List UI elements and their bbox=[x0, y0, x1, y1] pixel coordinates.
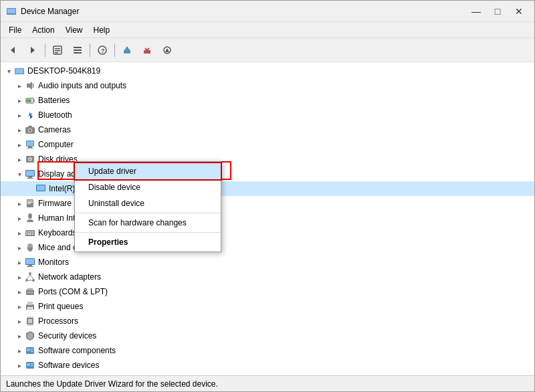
context-menu-update-driver[interactable]: Update driver bbox=[75, 163, 221, 179]
root-label: DESKTOP-504K819 bbox=[27, 66, 534, 76]
svg-marker-15 bbox=[124, 46, 130, 50]
content-area: ▾ DESKTOP-504K819 ▸ Au bbox=[1, 62, 534, 375]
keyboard-icon bbox=[25, 227, 35, 238]
tree-root[interactable]: ▾ DESKTOP-504K819 bbox=[1, 64, 534, 78]
softdev-label: Software devices bbox=[38, 361, 534, 370]
disk-icon bbox=[25, 154, 35, 165]
toolbar-separator-2 bbox=[90, 43, 90, 57]
ports-label: Ports (COM & LPT) bbox=[38, 287, 534, 296]
svg-rect-46 bbox=[27, 202, 33, 203]
close-button[interactable]: ✕ bbox=[509, 4, 529, 19]
firmware-expand-icon: ▸ bbox=[14, 198, 25, 209]
view-button[interactable] bbox=[68, 41, 87, 60]
tree-item-processors[interactable]: ▸ Processors bbox=[1, 314, 534, 328]
svg-rect-61 bbox=[26, 259, 34, 264]
svg-rect-26 bbox=[27, 100, 31, 102]
help-button[interactable]: ? bbox=[93, 41, 112, 60]
svg-rect-41 bbox=[27, 178, 33, 179]
svg-rect-33 bbox=[28, 146, 32, 148]
svg-rect-52 bbox=[30, 231, 31, 233]
svg-rect-8 bbox=[55, 52, 58, 54]
tree-item-print[interactable]: ▸ Print queues bbox=[1, 299, 534, 314]
context-menu-scan[interactable]: Scan for hardware changes bbox=[75, 215, 221, 231]
svg-line-67 bbox=[27, 275, 30, 279]
properties-button[interactable] bbox=[48, 41, 67, 60]
svg-rect-91 bbox=[31, 351, 33, 352]
svg-marker-4 bbox=[31, 47, 35, 54]
menu-help[interactable]: Help bbox=[88, 22, 116, 37]
svg-point-37 bbox=[29, 159, 31, 160]
tree-item-computer[interactable]: ▸ Computer bbox=[1, 137, 534, 152]
title-bar: Device Manager — □ ✕ bbox=[1, 1, 534, 22]
context-menu: Update driver Disable device Uninstall d… bbox=[74, 161, 221, 252]
tree-item-softdev[interactable]: ▸ Software devices bbox=[1, 358, 534, 373]
svg-rect-47 bbox=[27, 203, 31, 204]
menu-action[interactable]: Action bbox=[27, 22, 60, 37]
tree-item-monitors[interactable]: ▸ Monitors bbox=[1, 255, 534, 270]
context-menu-separator-2 bbox=[75, 232, 221, 233]
bluetooth-expand-icon: ▸ bbox=[14, 110, 25, 120]
svg-rect-49 bbox=[25, 230, 35, 236]
svg-rect-71 bbox=[27, 288, 33, 290]
context-menu-uninstall-device[interactable]: Uninstall device bbox=[75, 195, 221, 211]
tree-item-audio[interactable]: ▸ Audio inputs and outputs bbox=[1, 78, 534, 93]
human-icon bbox=[25, 213, 35, 223]
forward-button[interactable] bbox=[23, 41, 42, 60]
context-menu-disable-device[interactable]: Disable device bbox=[75, 179, 221, 195]
svg-rect-39 bbox=[26, 171, 34, 176]
update-driver-icon bbox=[122, 45, 132, 56]
svg-rect-2 bbox=[7, 14, 16, 15]
root-icon bbox=[14, 66, 25, 76]
svg-rect-9 bbox=[74, 47, 82, 48]
update-driver-button[interactable] bbox=[118, 41, 136, 60]
status-text: Launches the Update Driver Wizard for th… bbox=[6, 379, 218, 389]
processors-label: Processors bbox=[38, 316, 534, 326]
tree-item-ports[interactable]: ▸ Ports (COM & LPT) bbox=[1, 284, 534, 299]
sound-expand-icon: ▸ bbox=[14, 375, 25, 375]
view-icon bbox=[72, 45, 83, 56]
mice-expand-icon: ▸ bbox=[14, 242, 25, 253]
uninstall-button[interactable] bbox=[138, 41, 156, 60]
tree-item-sound[interactable]: ▸ Sound, video and game controllers bbox=[1, 373, 534, 375]
toolbar: ? bbox=[1, 38, 534, 62]
intel-expand-icon bbox=[25, 183, 35, 194]
audio-expand-icon: ▸ bbox=[14, 80, 25, 91]
svg-rect-53 bbox=[32, 231, 33, 233]
disk-expand-icon: ▸ bbox=[14, 154, 25, 165]
tree-item-batteries[interactable]: ▸ Batteries bbox=[1, 93, 534, 108]
ports-expand-icon: ▸ bbox=[14, 286, 25, 297]
tree-item-software[interactable]: ▸ Software components bbox=[1, 343, 534, 358]
monitors-expand-icon: ▸ bbox=[14, 257, 25, 268]
menu-view[interactable]: View bbox=[60, 22, 88, 37]
firmware-icon bbox=[25, 198, 35, 209]
tree-item-security[interactable]: ▸ Security devices bbox=[1, 328, 534, 343]
title-bar-controls: — □ ✕ bbox=[466, 4, 529, 19]
window-title: Device Manager bbox=[21, 7, 79, 16]
maximize-button[interactable]: □ bbox=[488, 4, 508, 19]
svg-rect-50 bbox=[26, 231, 27, 233]
svg-marker-3 bbox=[11, 47, 15, 54]
svg-point-73 bbox=[29, 292, 31, 293]
tree-item-bluetooth[interactable]: ▸ Bluetooth bbox=[1, 108, 534, 122]
menu-file[interactable]: File bbox=[3, 22, 27, 37]
svg-point-48 bbox=[28, 213, 32, 219]
back-button[interactable] bbox=[3, 41, 22, 60]
tree-item-network[interactable]: ▸ Network adapters bbox=[1, 270, 534, 284]
tree-item-cameras[interactable]: ▸ Cameras bbox=[1, 122, 534, 137]
svg-rect-22 bbox=[15, 69, 23, 74]
network-label: Network adapters bbox=[38, 272, 534, 282]
softdev-icon bbox=[25, 360, 35, 371]
context-menu-separator bbox=[75, 213, 221, 213]
scan-icon bbox=[162, 45, 173, 56]
cameras-expand-icon: ▸ bbox=[14, 124, 25, 135]
software-expand-icon: ▸ bbox=[14, 345, 25, 356]
context-menu-properties[interactable]: Properties bbox=[75, 234, 221, 250]
scan-button[interactable] bbox=[158, 41, 177, 60]
print-expand-icon: ▸ bbox=[14, 301, 25, 312]
svg-text:?: ? bbox=[101, 47, 105, 54]
svg-rect-89 bbox=[27, 349, 30, 351]
svg-rect-94 bbox=[31, 363, 33, 365]
intel-icon bbox=[35, 183, 46, 194]
svg-point-29 bbox=[29, 130, 31, 132]
minimize-button[interactable]: — bbox=[466, 4, 486, 19]
